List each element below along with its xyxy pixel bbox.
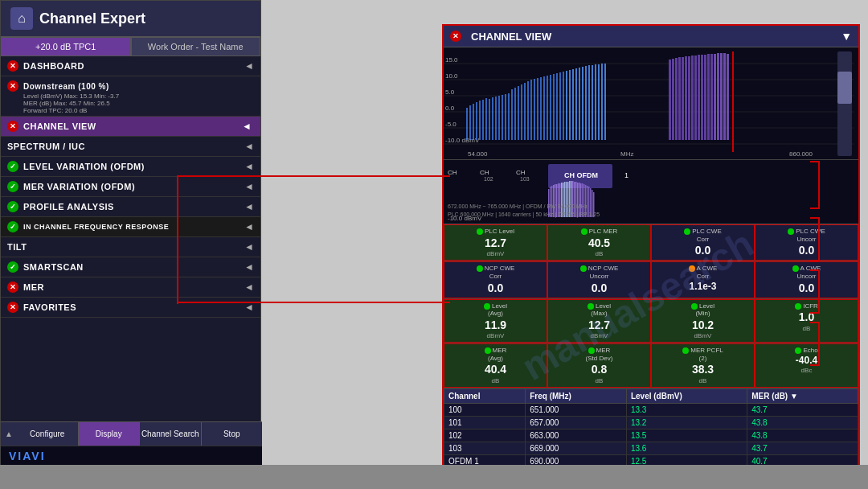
a-cwe-corr-dot (689, 265, 695, 272)
svg-text:PLC 600.000 MHz | 1640 carrier: PLC 600.000 MHz | 1640 carriers | 50 kHz… (448, 212, 600, 218)
menu-item-dashboard[interactable]: ✕ DASHBOARD ◄ (1, 56, 260, 76)
a-cwe-uncorr-dot (792, 265, 799, 272)
level-min-cell: Level(Min) 10.2 dBmV (651, 299, 755, 343)
arrow-icon-icfr: ◄ (244, 221, 254, 232)
svg-rect-20 (482, 100, 484, 140)
display-button[interactable]: Display (79, 422, 141, 446)
right-bracket-4 (818, 322, 820, 366)
svg-rect-51 (582, 67, 583, 140)
downstream-detail-fwd: Forward TPC: 20.0 dB (23, 107, 254, 114)
toolbar-up-arrow[interactable]: ▲ (1, 429, 17, 438)
plc-metrics-row: PLC Level 12.7 dBmV PLC MER 40.5 dB PLC … (444, 224, 858, 261)
right-bracket-2hb (810, 260, 820, 261)
arrow-icon-mer-variation: ◄ (244, 181, 254, 192)
svg-text:10.0: 10.0 (445, 72, 458, 80)
right-bracket-3h (810, 269, 820, 271)
svg-rect-37 (537, 78, 538, 140)
svg-rect-41 (550, 75, 551, 140)
menu-item-favorites[interactable]: ✕ FAVORITES ◄ (1, 298, 260, 318)
svg-rect-48 (572, 69, 574, 140)
viavi-footer: VIAVI (1, 446, 262, 466)
tab-tpc1[interactable]: +20.0 dB TPC1 (1, 37, 131, 56)
mer-pcfl-unit: dB (655, 377, 751, 384)
svg-rect-63 (682, 57, 684, 140)
menu-item-label-spectrum: SPECTRUM / IUC (7, 142, 244, 151)
level-max-cell: Level(Max) 12.7 dBmV (547, 299, 651, 343)
level-avg-unit: dBmV (448, 332, 543, 339)
menu-item-downstream[interactable]: ✕ Downstream (100 %) Level (dBmV) Max: 1… (1, 76, 260, 117)
svg-rect-56 (598, 64, 600, 140)
table-cell: 43.7 (747, 403, 858, 416)
svg-rect-67 (694, 55, 697, 140)
svg-rect-68 (698, 55, 700, 140)
cv-close-icon[interactable]: ✕ (450, 31, 461, 42)
menu-item-icfr[interactable]: ✓ IN CHANNEL FREQUENCY RESPONSE ◄ (1, 217, 260, 237)
mer-pcfl-dot (682, 347, 689, 354)
menu-item-level-variation[interactable]: ✓ LEVEL VARIATION (OFDM) ◄ (1, 157, 260, 177)
svg-rect-57 (601, 64, 603, 140)
menu-item-profile[interactable]: ✓ PROFILE ANALYSIS ◄ (1, 197, 260, 217)
menu-item-label-smartscan: SMARTSCAN (23, 262, 244, 272)
svg-rect-38 (540, 77, 542, 140)
menu-item-smartscan[interactable]: ✓ SMARTSCAN ◄ (1, 257, 260, 277)
menu-item-label-mer-variation: MER VARIATION (OFDM) (23, 182, 244, 191)
funnel-icon[interactable]: ▼ (841, 30, 852, 43)
svg-rect-40 (547, 76, 548, 140)
level-min-value: 10.2 (655, 318, 751, 332)
table-row: 101657.00013.243.8 (444, 416, 858, 429)
menu-item-mer[interactable]: ✕ MER ◄ (1, 277, 260, 298)
right-bracket-3 (818, 269, 820, 314)
a-cwe-corr-cell: A CWECorr 1.1e-3 (651, 261, 755, 298)
ncp-cwe-corr-value: 0.0 (448, 281, 543, 295)
svg-rect-18 (476, 102, 477, 140)
svg-text:-10.0 dBmV: -10.0 dBmV (445, 137, 480, 144)
mer-pcfl-cell: MER PCFL(2) 38.3 dB (651, 343, 755, 387)
svg-rect-73 (714, 54, 716, 140)
brand-text: VIAVI (9, 450, 46, 462)
menu-item-spectrum[interactable]: SPECTRUM / IUC ◄ (1, 137, 260, 157)
bottom-toolbar: ▲ Configure Display Channel Search Stop (1, 421, 262, 446)
level-max-unit: dBmV (551, 332, 647, 339)
svg-rect-47 (569, 70, 571, 140)
mer-pcfl-label: MER PCFL(2) (655, 347, 751, 362)
menu-item-label-tilt: TILT (7, 242, 244, 252)
level-avg-dot (484, 303, 490, 310)
home-icon[interactable]: ⌂ (10, 7, 33, 30)
status-check-level: ✓ (7, 161, 18, 172)
plc-mer-cell: PLC MER 40.5 dB (547, 224, 651, 261)
svg-rect-17 (473, 104, 474, 140)
menu-item-channel-view[interactable]: ✕ CHANNEL VIEW ◄ (1, 117, 260, 137)
svg-rect-55 (595, 64, 596, 140)
level-max-value: 12.7 (551, 318, 647, 332)
svg-rect-52 (585, 66, 587, 140)
right-bracket-1h (810, 161, 820, 162)
svg-rect-50 (579, 68, 580, 140)
svg-rect-49 (575, 68, 577, 140)
stop-button[interactable]: Stop (202, 422, 263, 446)
menu-item-mer-variation[interactable]: ✓ MER VARIATION (OFDM) ◄ (1, 177, 260, 197)
menu-item-tilt[interactable]: TILT ◄ (1, 237, 260, 257)
plc-cwe-uncorr-dot (788, 228, 794, 235)
mer-avg-unit: dB (448, 377, 543, 384)
svg-text:CH OFDM: CH OFDM (564, 171, 598, 179)
plc-mer-label: PLC MER (551, 228, 647, 236)
svg-text:5.0: 5.0 (445, 88, 455, 96)
svg-rect-66 (691, 55, 694, 140)
tab-work-order[interactable]: Work Order - Test Name (131, 37, 261, 56)
status-check-smartscan: ✓ (7, 261, 18, 273)
arrow-icon-smartscan: ◄ (244, 261, 254, 273)
ncp-cwe-corr-label: NCP CWECorr (448, 265, 543, 280)
plc-level-dot (477, 228, 483, 235)
spectrum-area: 15.0 10.0 5.0 0.0 -5.0 -10.0 dBmV 54.000… (444, 47, 858, 160)
channel-search-button[interactable]: Channel Search (140, 422, 202, 446)
ncp-corr-dot (477, 265, 483, 272)
arrow-icon-spectrum: ◄ (244, 141, 254, 152)
table-cell: 43.8 (747, 416, 858, 429)
ncp-cwe-uncorr-value: 0.0 (551, 281, 647, 295)
svg-rect-35 (530, 80, 532, 140)
table-cell: 651.000 (526, 403, 627, 416)
table-cell: 13.2 (626, 416, 747, 429)
plc-cwe-uncorr-label: PLC CWEUncorr (759, 228, 854, 243)
plc-level-value: 12.7 (448, 236, 543, 250)
configure-button[interactable]: Configure (17, 422, 79, 446)
